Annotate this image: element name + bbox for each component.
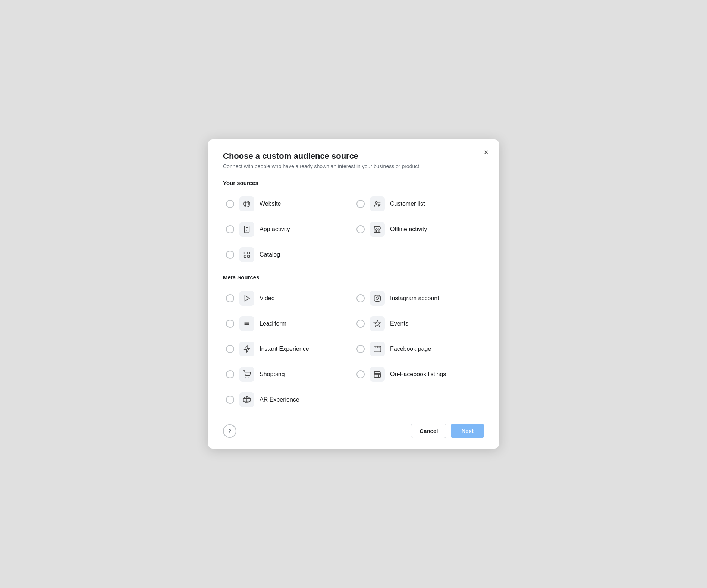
radio-lead-form[interactable] — [226, 320, 234, 328]
instant-icon — [239, 342, 254, 356]
radio-customer-list[interactable] — [356, 200, 365, 208]
catalog-icon — [239, 247, 254, 262]
svg-rect-16 — [244, 255, 246, 258]
svg-marker-25 — [244, 346, 250, 352]
modal-dialog: × Choose a custom audience source Connec… — [208, 139, 499, 449]
events-icon — [370, 316, 385, 331]
footer-actions: Cancel Next — [411, 424, 484, 438]
option-instant-experience[interactable]: Instant Experience — [223, 337, 354, 361]
option-video[interactable]: Video — [223, 286, 354, 310]
radio-catalog[interactable] — [226, 251, 234, 259]
customer-list-icon — [370, 196, 385, 211]
option-app-activity-label: App activity — [260, 226, 290, 233]
option-lead-form[interactable]: Lead form — [223, 312, 354, 336]
option-events[interactable]: Events — [354, 312, 484, 336]
your-sources-grid: Website Customer list App activity Offli… — [223, 192, 484, 267]
radio-shopping[interactable] — [226, 370, 234, 378]
svg-rect-15 — [248, 252, 250, 254]
svg-point-0 — [244, 201, 250, 207]
svg-rect-14 — [244, 252, 246, 254]
lead-form-icon — [239, 316, 254, 331]
option-instant-experience-label: Instant Experience — [260, 346, 309, 352]
radio-facebook-page[interactable] — [356, 345, 365, 353]
radio-events[interactable] — [356, 320, 365, 328]
next-button[interactable]: Next — [451, 424, 484, 438]
option-customer-list[interactable]: Customer list — [354, 192, 484, 216]
your-sources-label: Your sources — [223, 180, 484, 186]
fb-page-icon — [370, 342, 385, 356]
radio-instant-experience[interactable] — [226, 345, 234, 353]
radio-video[interactable] — [226, 294, 234, 302]
store-icon — [370, 222, 385, 237]
option-instagram-account[interactable]: Instagram account — [354, 286, 484, 310]
meta-sources-label: Meta Sources — [223, 274, 484, 280]
option-events-label: Events — [390, 320, 408, 327]
option-offline-activity-label: Offline activity — [390, 226, 427, 233]
option-ar-experience[interactable]: AR Experience — [223, 388, 354, 412]
option-instagram-account-label: Instagram account — [390, 295, 439, 302]
radio-ar-experience[interactable] — [226, 396, 234, 404]
modal-subtitle: Connect with people who have already sho… — [223, 163, 484, 169]
option-lead-form-label: Lead form — [260, 320, 286, 327]
ar-icon — [239, 392, 254, 407]
cancel-button[interactable]: Cancel — [411, 424, 446, 438]
option-website[interactable]: Website — [223, 192, 354, 216]
radio-on-facebook-listings[interactable] — [356, 370, 365, 378]
svg-rect-8 — [245, 226, 249, 233]
svg-point-1 — [245, 201, 248, 207]
instagram-icon — [370, 291, 385, 306]
option-catalog[interactable]: Catalog — [223, 243, 354, 267]
radio-website[interactable] — [226, 200, 234, 208]
option-on-facebook-listings[interactable]: On-Facebook listings — [354, 362, 484, 386]
svg-point-21 — [379, 296, 380, 297]
svg-rect-19 — [374, 295, 381, 302]
svg-marker-18 — [245, 296, 250, 301]
meta-sources-grid: Video Instagram account Lead form Events — [223, 286, 484, 412]
option-video-label: Video — [260, 295, 275, 302]
app-icon — [239, 222, 254, 237]
radio-app-activity[interactable] — [226, 225, 234, 233]
option-app-activity[interactable]: App activity — [223, 217, 354, 241]
shopping-icon — [239, 367, 254, 382]
option-shopping-label: Shopping — [260, 371, 285, 378]
radio-instagram-account[interactable] — [356, 294, 365, 302]
globe-icon — [239, 196, 254, 211]
option-facebook-page[interactable]: Facebook page — [354, 337, 484, 361]
option-website-label: Website — [260, 201, 281, 207]
svg-point-32 — [248, 377, 249, 378]
listings-icon — [370, 367, 385, 382]
option-catalog-label: Catalog — [260, 251, 280, 258]
modal-title: Choose a custom audience source — [223, 151, 484, 161]
svg-rect-12 — [376, 230, 378, 232]
close-button[interactable]: × — [482, 147, 490, 158]
option-customer-list-label: Customer list — [390, 201, 425, 207]
modal-footer: ? Cancel Next — [223, 424, 484, 438]
svg-rect-17 — [248, 255, 250, 258]
option-offline-activity[interactable]: Offline activity — [354, 217, 484, 241]
option-shopping[interactable]: Shopping — [223, 362, 354, 386]
svg-point-20 — [376, 297, 378, 299]
option-facebook-page-label: Facebook page — [390, 346, 431, 352]
svg-point-31 — [245, 377, 246, 378]
radio-offline-activity[interactable] — [356, 225, 365, 233]
svg-point-4 — [376, 202, 378, 204]
option-ar-experience-label: AR Experience — [260, 396, 299, 403]
help-button[interactable]: ? — [223, 424, 236, 438]
svg-rect-33 — [374, 373, 381, 377]
video-icon — [239, 291, 254, 306]
option-on-facebook-listings-label: On-Facebook listings — [390, 371, 446, 378]
